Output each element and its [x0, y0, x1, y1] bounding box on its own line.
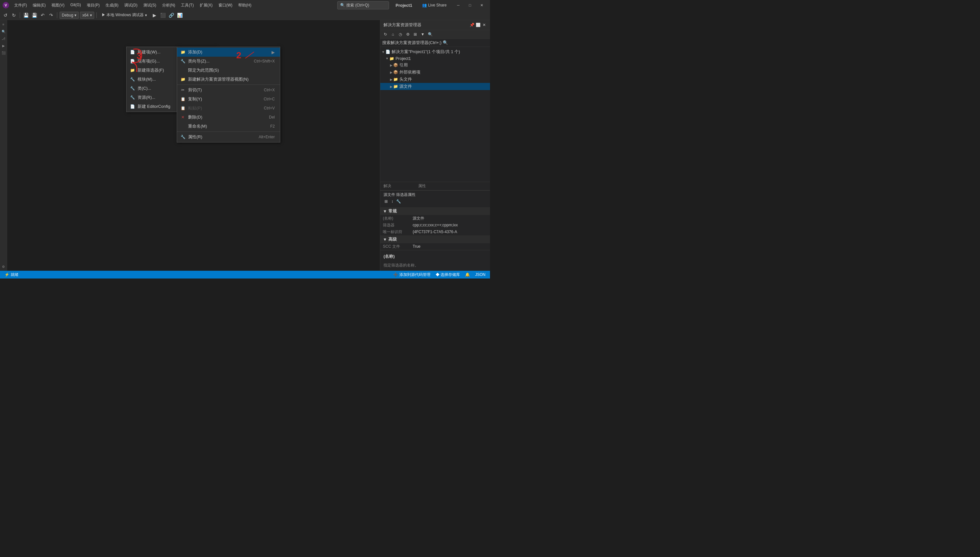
toolbar-redo-btn[interactable]: ↷: [47, 11, 55, 19]
submenu-copy[interactable]: 📋 复制(Y) Ctrl+C: [177, 94, 280, 104]
status-pick-repo[interactable]: ◆ 选择存储库: [434, 272, 462, 277]
toolbar-fwd-btn[interactable]: ↻: [10, 11, 18, 19]
toolbar-attach-btn[interactable]: 🔗: [168, 11, 175, 19]
prop-desc-area: (名称) 指定筛选器的名称。: [380, 250, 490, 271]
toolbar-saveall-btn[interactable]: 💾: [31, 11, 38, 19]
search-placeholder: 搜索 (Ctrl+Q): [346, 3, 369, 8]
submenu-class-wizard[interactable]: 🔧 类向导(Z)... Ctrl+Shift+X: [177, 57, 280, 66]
menu-git[interactable]: Git(G): [68, 1, 83, 10]
title-bar: V 文件(F) 编辑(E) 视图(V) Git(G) 项目(P) 生成(B) 调…: [0, 0, 490, 10]
submenu-rename[interactable]: 重命名(M) F2: [177, 122, 280, 131]
panel-pin-btn[interactable]: 📌: [469, 22, 474, 28]
tree-solution-root[interactable]: ▼ 📄 解决方案"Project1"(1 个项目/共 1 个): [380, 48, 490, 55]
activity-extensions[interactable]: ⬛: [1, 50, 6, 56]
tree-source-files[interactable]: ▶ 📁 源文件: [380, 83, 490, 90]
expand-icon: ▼: [381, 50, 385, 54]
submenu-copy-label: 复制(Y): [188, 96, 261, 102]
activity-git[interactable]: ⎇: [1, 36, 6, 41]
source-control-label: ➕ 添加到源代码管理: [393, 272, 430, 277]
submenu-paste[interactable]: 📋 粘贴(P) Ctrl+V: [177, 104, 280, 113]
prop-name-val: 源文件: [413, 216, 424, 221]
solution-search-input[interactable]: 搜索解决方案资源管理器(Ctrl+;) 🔍: [382, 40, 488, 46]
live-share-button[interactable]: 👥 Live Share: [419, 2, 450, 9]
submenu-scope[interactable]: 限定为此范围(S): [177, 66, 280, 75]
submenu-cut[interactable]: ✂ 剪切(T) Ctrl+X: [177, 85, 280, 94]
prop-uid-row: 唯一标识符 {4FC737F1-C7A5-4376-A: [380, 229, 490, 235]
panel-tb-search[interactable]: 🔍: [427, 31, 433, 37]
debug-config-label: Debug: [62, 13, 73, 18]
tree-project[interactable]: ▼ 📁 Project1: [380, 55, 490, 62]
status-json[interactable]: JSON: [473, 272, 487, 277]
prop-sort-btn[interactable]: ↕: [390, 199, 395, 204]
prop-grid-btn[interactable]: ⊞: [383, 199, 389, 204]
toolbar-sep-2: [57, 12, 57, 18]
menu-view[interactable]: 视图(V): [49, 1, 67, 10]
prop-uid-key: 唯一标识符: [380, 229, 413, 235]
run-label: ▶ 本地 Windows 调试器: [102, 12, 144, 18]
menu-window[interactable]: 窗口(W): [216, 1, 235, 10]
toolbar-undo-btn[interactable]: ↶: [39, 11, 46, 19]
menu-tools[interactable]: 工具(T): [178, 1, 196, 10]
live-share-icon: 👥: [422, 3, 427, 7]
project-expand-icon: ▼: [385, 57, 389, 60]
panel-float-btn[interactable]: ⬜: [475, 22, 480, 28]
panel-tb-settings[interactable]: ⚙: [404, 31, 411, 37]
cut-icon: ✂: [180, 88, 185, 93]
panel-tb-grid[interactable]: ⊞: [412, 31, 419, 37]
submenu-properties[interactable]: 🔧 属性(R) Alt+Enter: [177, 132, 280, 142]
restore-button[interactable]: □: [464, 0, 476, 10]
toolbar-perf-btn[interactable]: 📊: [176, 11, 183, 19]
activity-search[interactable]: 🔍: [1, 28, 6, 34]
tree-references[interactable]: ▶ 📦 引用: [380, 62, 490, 68]
run-debugger-button[interactable]: ▶ 本地 Windows 调试器 ▾: [99, 11, 150, 18]
menu-extensions[interactable]: 扩展(X): [197, 1, 215, 10]
toolbar-stop-btn[interactable]: ⬛: [159, 11, 166, 19]
debug-config-dropdown[interactable]: Debug ▾: [60, 11, 79, 19]
activity-debug[interactable]: ▶: [1, 43, 6, 49]
panel-tb-filter[interactable]: ▼: [419, 31, 426, 37]
global-search-box[interactable]: 🔍 搜索 (Ctrl+Q): [337, 1, 389, 10]
ext-expand-icon: ▶: [390, 71, 393, 74]
advanced-label: 高级: [388, 236, 397, 242]
close-button[interactable]: ✕: [476, 0, 487, 10]
activity-explorer[interactable]: ≡: [1, 21, 6, 27]
prop-filter2-btn[interactable]: 🔧: [396, 199, 401, 204]
tree-header-files[interactable]: ▶ 📁 头文件: [380, 76, 490, 83]
activity-settings[interactable]: ⚙: [1, 264, 6, 269]
menu-file[interactable]: 文件(F): [11, 1, 29, 10]
status-ready[interactable]: ⚡ 就绪: [3, 272, 20, 277]
class-icon: 🔧: [130, 86, 135, 91]
prop-panel-title: 源文件 筛选器属性: [383, 192, 415, 197]
json-label: JSON: [475, 272, 485, 277]
panel-tb-refresh[interactable]: ↻: [382, 31, 389, 37]
submenu-new-explorer-view[interactable]: 📁 新建解决方案资源管理器视图(N): [177, 75, 280, 84]
menu-help[interactable]: 帮助(H): [235, 1, 254, 10]
toolbar-save-btn[interactable]: 💾: [22, 11, 29, 19]
status-source-control[interactable]: ➕ 添加到源代码管理: [391, 272, 432, 277]
minimize-button[interactable]: ─: [453, 0, 464, 10]
toolbar-restart-btn[interactable]: ▶: [151, 11, 158, 19]
tree-external-deps[interactable]: ▶ 📦 外部依赖项: [380, 68, 490, 76]
solution-icon: 📄: [385, 50, 390, 54]
toolbar-back-btn[interactable]: ↺: [2, 11, 9, 19]
menu-build[interactable]: 生成(B): [103, 1, 121, 10]
panel-tb-home[interactable]: ⌂: [390, 31, 396, 37]
menu-edit[interactable]: 编辑(E): [30, 1, 48, 10]
platform-dropdown[interactable]: x64 ▾: [80, 11, 94, 19]
submenu-properties-shortcut: Alt+Enter: [259, 135, 275, 139]
prop-scc-row: SCC 文件 True: [380, 243, 490, 250]
menu-debug[interactable]: 调试(D): [122, 1, 140, 10]
submenu-delete[interactable]: ✕ 删除(D) Del: [177, 113, 280, 122]
menu-test[interactable]: 测试(S): [141, 1, 159, 10]
submenu-copy-shortcut: Ctrl+C: [264, 97, 275, 101]
panel-close-btn[interactable]: ✕: [482, 22, 487, 28]
panel-tb-history[interactable]: ◷: [397, 31, 404, 37]
src-label: 源文件: [399, 83, 412, 90]
menu-analyze[interactable]: 分析(N): [159, 1, 178, 10]
submenu-add[interactable]: 📁 添加(D) ▶: [177, 47, 280, 57]
project-label: Project1: [396, 56, 411, 61]
hdr-icon: 📁: [393, 77, 398, 81]
status-bell[interactable]: 🔔: [463, 272, 472, 277]
prop-desc-detail: 指定筛选器的名称。: [383, 261, 487, 269]
menu-project[interactable]: 项目(P): [84, 1, 102, 10]
